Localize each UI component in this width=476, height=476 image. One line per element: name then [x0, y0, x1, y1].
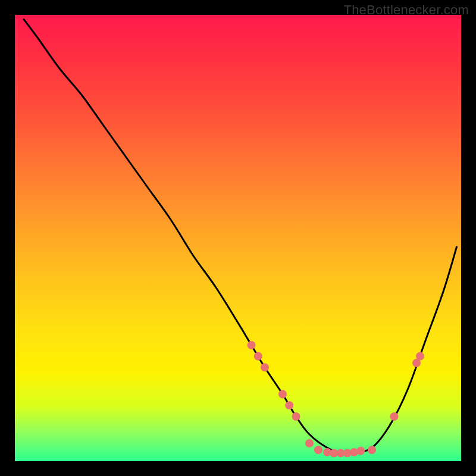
curve-marker [305, 439, 314, 447]
curve-marker [356, 447, 365, 455]
bottleneck-curve [24, 20, 457, 453]
watermark-text: TheBottlenecker.com [344, 2, 469, 18]
curve-marker [285, 401, 293, 409]
curve-markers [248, 341, 425, 458]
chart-svg [15, 15, 461, 461]
curve-marker [314, 446, 322, 454]
curve-marker [248, 341, 256, 349]
chart-frame [15, 15, 461, 461]
curve-marker [368, 446, 376, 454]
curve-marker [416, 352, 424, 361]
curve-marker [261, 364, 269, 372]
curve-marker [278, 390, 287, 399]
curve-marker [254, 352, 262, 361]
curve-marker [390, 412, 399, 421]
curve-marker [292, 412, 300, 421]
